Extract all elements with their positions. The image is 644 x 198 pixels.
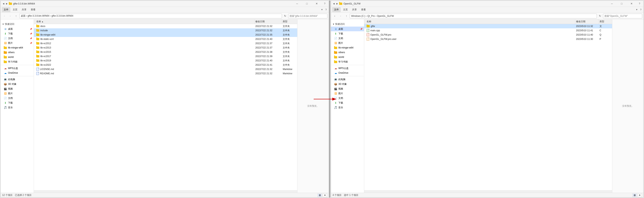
right-menu-share[interactable]: 共享 bbox=[350, 7, 359, 12]
left-sidebar-download2[interactable]: ⬇ 下载 bbox=[0, 100, 34, 105]
left-file-row-7[interactable]: lib-vc2017 2022/7/22 21:39 文件夹 bbox=[34, 54, 297, 58]
right-refresh-button[interactable]: ↻ bbox=[598, 14, 602, 18]
left-back-button[interactable]: ‹ bbox=[2, 13, 7, 18]
right-sidebar-music[interactable]: 🎵 音乐 bbox=[331, 105, 364, 110]
right-menu-bar: 文件 主页 共享 查看 ▼ ? bbox=[331, 7, 644, 13]
right-grid-view-button[interactable]: ⊞ bbox=[632, 194, 637, 197]
left-maximize-button[interactable]: □ bbox=[302, 1, 311, 6]
left-file-row-6[interactable]: lib-vc2015 2022/7/22 21:38 文件夹 bbox=[34, 50, 297, 54]
left-sidebar-music[interactable]: 🎵 音乐 bbox=[0, 105, 34, 110]
left-sidebar-wps[interactable]: ☁ WPS云盘 bbox=[0, 66, 34, 71]
left-file-row-2[interactable]: lib-mingw-w64 2022/7/22 21:35 文件夹 bbox=[34, 33, 297, 37]
left-list-view-button[interactable]: ≡ bbox=[323, 194, 327, 197]
right-sidebar-books[interactable]: 学习书籍 bbox=[331, 59, 364, 64]
right-up-button[interactable]: ↑ bbox=[344, 13, 349, 18]
right-sidebar-download2[interactable]: ⬇ 下载 bbox=[331, 100, 364, 105]
left-sidebar-world[interactable]: world bbox=[0, 55, 34, 59]
right-maximize-button[interactable]: □ bbox=[617, 1, 626, 6]
left-hscroll[interactable] bbox=[34, 190, 297, 193]
right-col-type[interactable]: 类型 bbox=[599, 19, 610, 24]
left-file-list: docs 2022/7/22 21:32 文件夹 include 2022/7/… bbox=[34, 24, 297, 190]
right-sidebar-thispc[interactable]: 💻 此电脑 bbox=[331, 77, 364, 82]
right-search-input[interactable] bbox=[603, 14, 642, 18]
right-list-view-button[interactable]: ≡ bbox=[638, 194, 642, 197]
left-up-button[interactable]: ↑ bbox=[14, 13, 18, 18]
right-file-row-0[interactable]: glfw 2023/5/10 11:32 文 bbox=[364, 24, 612, 28]
left-close-button[interactable]: ✕ bbox=[312, 1, 321, 6]
right-forward-button[interactable]: › bbox=[338, 13, 343, 18]
right-sidebar-others[interactable]: others bbox=[331, 50, 364, 55]
right-sidebar-video[interactable]: 🎬 视频 bbox=[331, 86, 364, 91]
right-sidebar-mingw[interactable]: lib-mingw-w64 bbox=[331, 45, 364, 50]
left-file-row-0[interactable]: docs 2022/7/22 21:32 文件夹 bbox=[34, 24, 297, 28]
left-sidebar-books-label: 学习书籍 bbox=[8, 60, 18, 64]
left-expand-icon[interactable]: ▼ bbox=[320, 8, 324, 12]
left-col-name[interactable]: 名称 ▲ bbox=[36, 19, 254, 24]
left-menu-view[interactable]: 查看 bbox=[29, 7, 38, 12]
left-sidebar-pic[interactable]: 🖼 图片 📌 bbox=[0, 41, 34, 45]
left-sidebar-onedrive[interactable]: ☁ OneDrive bbox=[0, 71, 34, 75]
right-menu-file[interactable]: 文件 bbox=[332, 7, 341, 12]
right-file-row-1[interactable]: main.cpp 2023/5/10 11:41 C bbox=[364, 28, 612, 33]
right-sidebar-wps[interactable]: ☁ WPS云盘 bbox=[331, 66, 364, 71]
right-col-date[interactable]: 修改日期 bbox=[575, 19, 599, 24]
left-file-row-5[interactable]: lib-vc2013 2022/7/22 21:37 文件夹 bbox=[34, 46, 297, 50]
left-file-row-3[interactable]: lib-static-ucrt 2022/7/22 21:40 文件夹 bbox=[34, 37, 297, 41]
left-file-row-10[interactable]: LICENSE.md 2022/7/22 21:32 Markdow bbox=[34, 67, 297, 71]
right-file-row-2[interactable]: OpenGL_GLFW.pro 2023/5/10 11:40 Q bbox=[364, 33, 612, 37]
left-sidebar-pic2[interactable]: 🖼 图片 bbox=[0, 91, 34, 96]
left-file-row-8[interactable]: lib-vc2019 2022/7/22 21:40 文件夹 bbox=[34, 58, 297, 63]
right-sidebar-onedrive[interactable]: ☁ OneDrive bbox=[331, 71, 364, 75]
right-sidebar-desktop[interactable]: 🖥 桌面 📌 bbox=[331, 27, 364, 31]
right-menu-view[interactable]: 查看 bbox=[359, 7, 368, 12]
right-help-button[interactable]: ? bbox=[637, 1, 642, 6]
left-forward-button[interactable]: › bbox=[8, 13, 13, 18]
left-search-input[interactable] bbox=[288, 14, 328, 18]
left-file-row-9[interactable]: lib-vc2022 2022/7/22 21:41 文件夹 bbox=[34, 63, 297, 67]
left-sidebar-doc[interactable]: 📄 文档 📌 bbox=[0, 36, 34, 41]
left-col-type[interactable]: 类型 bbox=[282, 19, 296, 24]
left-sidebar-download[interactable]: ⬇ 下载 📌 bbox=[0, 31, 34, 36]
left-help-icon[interactable]: ? bbox=[325, 8, 328, 12]
left-address-input[interactable] bbox=[20, 14, 282, 18]
left-quick-access-header[interactable]: ▼ 快速访问 bbox=[0, 22, 34, 27]
right-sidebar-doc2[interactable]: 📄 文档 bbox=[331, 96, 364, 100]
left-sidebar-doc2[interactable]: 📄 文档 bbox=[0, 96, 34, 100]
right-back-button[interactable]: ‹ bbox=[332, 13, 337, 18]
window-splitter[interactable] bbox=[329, 0, 330, 198]
right-minimize-button[interactable]: ─ bbox=[607, 1, 616, 6]
left-sidebar-thispc[interactable]: 💻 此电脑 bbox=[0, 77, 34, 82]
right-hscroll[interactable] bbox=[364, 190, 612, 193]
left-sidebar-others[interactable]: others bbox=[0, 50, 34, 55]
left-sidebar-3d[interactable]: 📦 3D 对象 bbox=[0, 82, 34, 86]
left-menu-share[interactable]: 共享 bbox=[20, 7, 28, 12]
right-address-input[interactable] bbox=[350, 14, 597, 18]
right-expand-icon[interactable]: ▼ bbox=[635, 8, 638, 12]
right-col-name[interactable]: 名称 bbox=[366, 19, 575, 24]
left-sidebar-mingw[interactable]: lib-mingw-w64 bbox=[0, 45, 34, 50]
left-col-date[interactable]: 修改日期 bbox=[254, 19, 282, 24]
right-sidebar-world[interactable]: world bbox=[331, 55, 364, 59]
right-file-row-3[interactable]: OpenGL_GLFW.pro.user 2023/5/10 11:30 P bbox=[364, 37, 612, 41]
left-sidebar-books[interactable]: 学习书籍 bbox=[0, 59, 34, 64]
left-menu-file[interactable]: 文件 bbox=[2, 7, 10, 12]
right-sidebar-pic2[interactable]: 🖼 图片 bbox=[331, 91, 364, 96]
right-sidebar-pic[interactable]: 🖼 图片 bbox=[331, 41, 364, 45]
right-quick-access-header[interactable]: ▼ 快速访问 bbox=[331, 22, 364, 27]
left-minimize-button[interactable]: ─ bbox=[292, 1, 302, 6]
right-sidebar-download[interactable]: ⬇ 下载 bbox=[331, 31, 364, 36]
right-menu-home[interactable]: 主页 bbox=[341, 7, 350, 12]
left-sidebar-video[interactable]: 🎬 视频 bbox=[0, 86, 34, 91]
left-file-row-11[interactable]: README.md 2022/7/22 21:32 Markdow bbox=[34, 71, 297, 76]
left-file-row-1[interactable]: include 2022/7/22 21:32 文件夹 bbox=[34, 28, 297, 33]
left-file-row-4[interactable]: lib-vc2012 2022/7/22 21:37 文件夹 bbox=[34, 41, 297, 46]
left-help-button[interactable]: ? bbox=[322, 1, 327, 6]
left-sidebar-desktop[interactable]: 🖥 桌面 📌 bbox=[0, 27, 34, 31]
left-grid-view-button[interactable]: ⊞ bbox=[318, 194, 322, 197]
right-close-button[interactable]: ✕ bbox=[627, 1, 636, 6]
left-menu-home[interactable]: 主页 bbox=[11, 7, 20, 12]
right-help-icon[interactable]: ? bbox=[639, 8, 642, 12]
right-sidebar-doc[interactable]: 📄 文档 bbox=[331, 36, 364, 41]
right-sidebar-3d[interactable]: 📦 3D 对象 bbox=[331, 82, 364, 86]
left-refresh-button[interactable]: ↻ bbox=[283, 14, 288, 18]
